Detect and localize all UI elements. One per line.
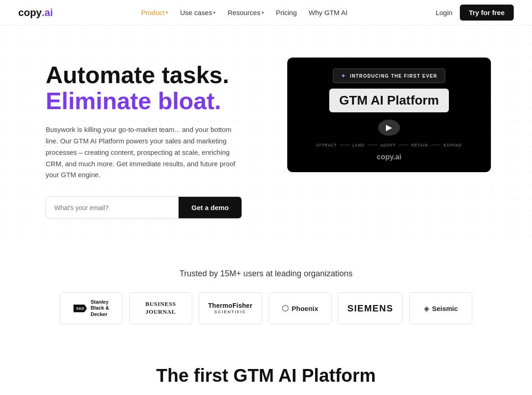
email-input[interactable] — [46, 197, 179, 218]
video-title-text: GTM AI Platform — [339, 93, 439, 107]
logo-text: copy — [18, 7, 42, 19]
get-demo-button[interactable]: Get a demo — [179, 197, 242, 218]
bj-text: BusinessJournal — [145, 300, 176, 316]
play-icon: ▶ — [386, 122, 392, 132]
nav-resources[interactable]: Resources ▾ — [227, 9, 264, 16]
nav-use-cases[interactable]: Use cases ▾ — [180, 9, 216, 16]
logo-dot: .ai — [42, 7, 53, 19]
headline-line2: Eliminate bloat. — [46, 88, 221, 114]
phoenix-text: Phoenix — [292, 305, 318, 312]
nav-why-gtm[interactable]: Why GTM AI — [309, 9, 348, 16]
hero-form: Get a demo — [46, 196, 242, 219]
hero-left: Automate tasks. Eliminate bloat. Busywor… — [46, 58, 242, 219]
nav-pricing[interactable]: Pricing — [276, 9, 297, 16]
sbd-text: StanleyBlack &Decker — [90, 299, 109, 318]
stage-expand: EXPAND — [443, 143, 462, 147]
video-play-button[interactable]: ▶ — [378, 120, 400, 136]
logo-thermo: ThermoFisher SCIENTIFIC — [199, 292, 262, 324]
stage-attract: ATTRACT — [316, 143, 337, 147]
logo-siemens: SIEMENS — [338, 292, 403, 324]
logo-phoenix: ⬡ Phoenix — [269, 292, 332, 324]
stage-line-1 — [340, 145, 350, 145]
sbd-logo: S&D StanleyBlack &Decker — [74, 299, 109, 318]
phoenix-icon: ⬡ — [282, 304, 289, 312]
resources-chevron-icon: ▾ — [262, 10, 264, 15]
stage-adopt: ADOPT — [380, 143, 396, 147]
tf-line2: SCIENTIFIC — [208, 310, 253, 315]
video-copyai-logo: copy.ai — [377, 153, 401, 161]
logo-stanley: S&D StanleyBlack &Decker — [60, 292, 123, 324]
stage-line-4 — [431, 145, 441, 145]
nav-links: Product ▾ Use cases ▾ Resources ▾ Pricin… — [141, 9, 348, 16]
tf-line1: ThermoFisher — [208, 301, 253, 310]
use-cases-chevron-icon: ▾ — [213, 10, 216, 15]
logos-row: S&D StanleyBlack &Decker BusinessJournal… — [18, 292, 514, 324]
login-button[interactable]: Login — [436, 9, 453, 16]
hero-content: Automate tasks. Eliminate bloat. Busywor… — [0, 26, 532, 246]
logo-seismic: ◈ Seismic — [409, 292, 472, 324]
seismic-content: ◈ Seismic — [424, 304, 458, 313]
phoenix-content: ⬡ Phoenix — [282, 304, 318, 312]
video-badge-star-icon: ✦ — [341, 72, 346, 79]
hero-description: Busywork is killing your go-to-market te… — [46, 124, 242, 181]
video-title-card: GTM AI Platform — [329, 89, 449, 112]
gtm-desc: See how you can power your whole go-to-m… — [125, 393, 408, 395]
seismic-icon: ◈ — [424, 304, 429, 313]
headline-line1: Automate tasks. — [46, 62, 229, 88]
gtm-section: The first GTM AI Platform See how you ca… — [0, 338, 532, 395]
seismic-text: Seismic — [432, 305, 458, 312]
hero-headline: Automate tasks. Eliminate bloat. — [46, 62, 242, 114]
nav-product[interactable]: Product ▾ — [141, 9, 169, 16]
try-free-button[interactable]: Try for free — [460, 5, 514, 21]
hero-section: Automate tasks. Eliminate bloat. Busywor… — [0, 26, 532, 246]
product-chevron-icon: ▾ — [166, 10, 168, 15]
video-stages: ATTRACT LAND ADOPT RETAIN EXPAND — [316, 143, 462, 147]
gtm-title: The first GTM AI Platform — [18, 365, 514, 386]
trusted-title: Trusted by 15M+ users at leading organiz… — [18, 269, 514, 279]
video-badge-text: Introducing the first ever — [350, 74, 437, 79]
video-badge: ✦ Introducing the first ever — [333, 68, 445, 83]
tf-text: ThermoFisher SCIENTIFIC — [208, 301, 253, 315]
stage-line-3 — [399, 145, 409, 145]
trusted-section: Trusted by 15M+ users at leading organiz… — [0, 246, 532, 338]
stage-land: LAND — [353, 143, 365, 147]
sbd-badge-icon: S&D — [74, 305, 87, 312]
logo-bj: BusinessJournal — [129, 292, 192, 324]
logo[interactable]: copy.ai — [18, 7, 53, 19]
stage-line-2 — [368, 145, 378, 145]
video-card[interactable]: ✦ Introducing the first ever GTM AI Plat… — [287, 58, 491, 172]
hero-video[interactable]: ✦ Introducing the first ever GTM AI Plat… — [287, 58, 491, 172]
nav-right: Login Try for free — [436, 5, 514, 21]
stage-retain: RETAIN — [411, 143, 428, 147]
siemens-text: SIEMENS — [348, 303, 394, 314]
navbar: copy.ai Product ▾ Use cases ▾ Resources … — [0, 0, 532, 26]
